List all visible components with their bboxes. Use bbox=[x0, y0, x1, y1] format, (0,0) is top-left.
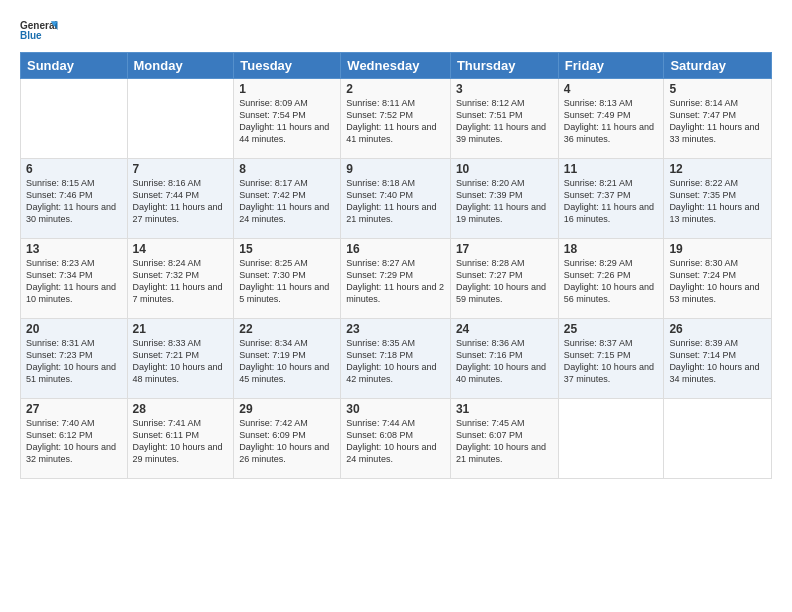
day-number: 20 bbox=[26, 322, 122, 336]
calendar-cell: 2Sunrise: 8:11 AM Sunset: 7:52 PM Daylig… bbox=[341, 79, 451, 159]
calendar-cell: 28Sunrise: 7:41 AM Sunset: 6:11 PM Dayli… bbox=[127, 399, 234, 479]
day-detail: Sunrise: 8:36 AM Sunset: 7:16 PM Dayligh… bbox=[456, 337, 553, 386]
week-row-1: 1Sunrise: 8:09 AM Sunset: 7:54 PM Daylig… bbox=[21, 79, 772, 159]
calendar-cell: 20Sunrise: 8:31 AM Sunset: 7:23 PM Dayli… bbox=[21, 319, 128, 399]
day-number: 18 bbox=[564, 242, 659, 256]
day-number: 26 bbox=[669, 322, 766, 336]
calendar-cell: 12Sunrise: 8:22 AM Sunset: 7:35 PM Dayli… bbox=[664, 159, 772, 239]
day-detail: Sunrise: 8:14 AM Sunset: 7:47 PM Dayligh… bbox=[669, 97, 766, 146]
calendar-cell: 18Sunrise: 8:29 AM Sunset: 7:26 PM Dayli… bbox=[558, 239, 664, 319]
calendar-cell: 31Sunrise: 7:45 AM Sunset: 6:07 PM Dayli… bbox=[450, 399, 558, 479]
day-number: 9 bbox=[346, 162, 445, 176]
calendar-cell: 10Sunrise: 8:20 AM Sunset: 7:39 PM Dayli… bbox=[450, 159, 558, 239]
col-header-sunday: Sunday bbox=[21, 53, 128, 79]
col-header-friday: Friday bbox=[558, 53, 664, 79]
calendar-cell bbox=[21, 79, 128, 159]
day-detail: Sunrise: 8:13 AM Sunset: 7:49 PM Dayligh… bbox=[564, 97, 659, 146]
day-number: 1 bbox=[239, 82, 335, 96]
week-row-5: 27Sunrise: 7:40 AM Sunset: 6:12 PM Dayli… bbox=[21, 399, 772, 479]
day-detail: Sunrise: 8:30 AM Sunset: 7:24 PM Dayligh… bbox=[669, 257, 766, 306]
day-detail: Sunrise: 8:35 AM Sunset: 7:18 PM Dayligh… bbox=[346, 337, 445, 386]
day-number: 7 bbox=[133, 162, 229, 176]
day-detail: Sunrise: 8:34 AM Sunset: 7:19 PM Dayligh… bbox=[239, 337, 335, 386]
day-detail: Sunrise: 8:25 AM Sunset: 7:30 PM Dayligh… bbox=[239, 257, 335, 306]
calendar-cell: 21Sunrise: 8:33 AM Sunset: 7:21 PM Dayli… bbox=[127, 319, 234, 399]
day-number: 3 bbox=[456, 82, 553, 96]
calendar-table: SundayMondayTuesdayWednesdayThursdayFrid… bbox=[20, 52, 772, 479]
week-row-2: 6Sunrise: 8:15 AM Sunset: 7:46 PM Daylig… bbox=[21, 159, 772, 239]
day-detail: Sunrise: 8:18 AM Sunset: 7:40 PM Dayligh… bbox=[346, 177, 445, 226]
svg-text:Blue: Blue bbox=[20, 30, 42, 41]
calendar-cell: 11Sunrise: 8:21 AM Sunset: 7:37 PM Dayli… bbox=[558, 159, 664, 239]
day-number: 30 bbox=[346, 402, 445, 416]
day-detail: Sunrise: 8:11 AM Sunset: 7:52 PM Dayligh… bbox=[346, 97, 445, 146]
calendar-cell bbox=[664, 399, 772, 479]
calendar-cell: 16Sunrise: 8:27 AM Sunset: 7:29 PM Dayli… bbox=[341, 239, 451, 319]
day-number: 23 bbox=[346, 322, 445, 336]
calendar-cell: 13Sunrise: 8:23 AM Sunset: 7:34 PM Dayli… bbox=[21, 239, 128, 319]
day-detail: Sunrise: 8:39 AM Sunset: 7:14 PM Dayligh… bbox=[669, 337, 766, 386]
day-number: 4 bbox=[564, 82, 659, 96]
day-detail: Sunrise: 8:29 AM Sunset: 7:26 PM Dayligh… bbox=[564, 257, 659, 306]
day-detail: Sunrise: 8:09 AM Sunset: 7:54 PM Dayligh… bbox=[239, 97, 335, 146]
day-detail: Sunrise: 8:21 AM Sunset: 7:37 PM Dayligh… bbox=[564, 177, 659, 226]
calendar-cell: 29Sunrise: 7:42 AM Sunset: 6:09 PM Dayli… bbox=[234, 399, 341, 479]
day-detail: Sunrise: 8:20 AM Sunset: 7:39 PM Dayligh… bbox=[456, 177, 553, 226]
col-header-tuesday: Tuesday bbox=[234, 53, 341, 79]
day-detail: Sunrise: 8:27 AM Sunset: 7:29 PM Dayligh… bbox=[346, 257, 445, 306]
page: General Blue SundayMondayTuesdayWednesda… bbox=[0, 0, 792, 489]
day-detail: Sunrise: 7:40 AM Sunset: 6:12 PM Dayligh… bbox=[26, 417, 122, 466]
day-number: 22 bbox=[239, 322, 335, 336]
calendar-cell bbox=[558, 399, 664, 479]
day-number: 19 bbox=[669, 242, 766, 256]
day-detail: Sunrise: 7:41 AM Sunset: 6:11 PM Dayligh… bbox=[133, 417, 229, 466]
calendar-cell: 8Sunrise: 8:17 AM Sunset: 7:42 PM Daylig… bbox=[234, 159, 341, 239]
day-number: 27 bbox=[26, 402, 122, 416]
calendar-cell: 7Sunrise: 8:16 AM Sunset: 7:44 PM Daylig… bbox=[127, 159, 234, 239]
calendar-cell: 6Sunrise: 8:15 AM Sunset: 7:46 PM Daylig… bbox=[21, 159, 128, 239]
calendar-header-row: SundayMondayTuesdayWednesdayThursdayFrid… bbox=[21, 53, 772, 79]
calendar-cell: 1Sunrise: 8:09 AM Sunset: 7:54 PM Daylig… bbox=[234, 79, 341, 159]
calendar-cell: 19Sunrise: 8:30 AM Sunset: 7:24 PM Dayli… bbox=[664, 239, 772, 319]
logo: General Blue bbox=[20, 16, 60, 44]
day-detail: Sunrise: 8:23 AM Sunset: 7:34 PM Dayligh… bbox=[26, 257, 122, 306]
day-number: 11 bbox=[564, 162, 659, 176]
day-detail: Sunrise: 8:28 AM Sunset: 7:27 PM Dayligh… bbox=[456, 257, 553, 306]
day-detail: Sunrise: 8:24 AM Sunset: 7:32 PM Dayligh… bbox=[133, 257, 229, 306]
calendar-cell: 25Sunrise: 8:37 AM Sunset: 7:15 PM Dayli… bbox=[558, 319, 664, 399]
calendar-cell: 24Sunrise: 8:36 AM Sunset: 7:16 PM Dayli… bbox=[450, 319, 558, 399]
day-number: 8 bbox=[239, 162, 335, 176]
day-number: 24 bbox=[456, 322, 553, 336]
day-number: 12 bbox=[669, 162, 766, 176]
calendar-cell: 23Sunrise: 8:35 AM Sunset: 7:18 PM Dayli… bbox=[341, 319, 451, 399]
calendar-cell: 5Sunrise: 8:14 AM Sunset: 7:47 PM Daylig… bbox=[664, 79, 772, 159]
day-number: 14 bbox=[133, 242, 229, 256]
calendar-cell: 30Sunrise: 7:44 AM Sunset: 6:08 PM Dayli… bbox=[341, 399, 451, 479]
col-header-wednesday: Wednesday bbox=[341, 53, 451, 79]
day-number: 21 bbox=[133, 322, 229, 336]
day-number: 13 bbox=[26, 242, 122, 256]
week-row-3: 13Sunrise: 8:23 AM Sunset: 7:34 PM Dayli… bbox=[21, 239, 772, 319]
day-detail: Sunrise: 8:16 AM Sunset: 7:44 PM Dayligh… bbox=[133, 177, 229, 226]
day-number: 28 bbox=[133, 402, 229, 416]
day-detail: Sunrise: 8:37 AM Sunset: 7:15 PM Dayligh… bbox=[564, 337, 659, 386]
day-number: 17 bbox=[456, 242, 553, 256]
calendar-cell: 14Sunrise: 8:24 AM Sunset: 7:32 PM Dayli… bbox=[127, 239, 234, 319]
day-detail: Sunrise: 7:44 AM Sunset: 6:08 PM Dayligh… bbox=[346, 417, 445, 466]
col-header-thursday: Thursday bbox=[450, 53, 558, 79]
calendar-cell: 3Sunrise: 8:12 AM Sunset: 7:51 PM Daylig… bbox=[450, 79, 558, 159]
day-detail: Sunrise: 8:31 AM Sunset: 7:23 PM Dayligh… bbox=[26, 337, 122, 386]
calendar-cell: 9Sunrise: 8:18 AM Sunset: 7:40 PM Daylig… bbox=[341, 159, 451, 239]
day-number: 16 bbox=[346, 242, 445, 256]
day-detail: Sunrise: 8:12 AM Sunset: 7:51 PM Dayligh… bbox=[456, 97, 553, 146]
calendar-cell: 15Sunrise: 8:25 AM Sunset: 7:30 PM Dayli… bbox=[234, 239, 341, 319]
calendar-cell bbox=[127, 79, 234, 159]
day-detail: Sunrise: 8:22 AM Sunset: 7:35 PM Dayligh… bbox=[669, 177, 766, 226]
day-detail: Sunrise: 7:45 AM Sunset: 6:07 PM Dayligh… bbox=[456, 417, 553, 466]
day-number: 25 bbox=[564, 322, 659, 336]
calendar-cell: 22Sunrise: 8:34 AM Sunset: 7:19 PM Dayli… bbox=[234, 319, 341, 399]
day-number: 15 bbox=[239, 242, 335, 256]
calendar-cell: 4Sunrise: 8:13 AM Sunset: 7:49 PM Daylig… bbox=[558, 79, 664, 159]
day-number: 6 bbox=[26, 162, 122, 176]
week-row-4: 20Sunrise: 8:31 AM Sunset: 7:23 PM Dayli… bbox=[21, 319, 772, 399]
